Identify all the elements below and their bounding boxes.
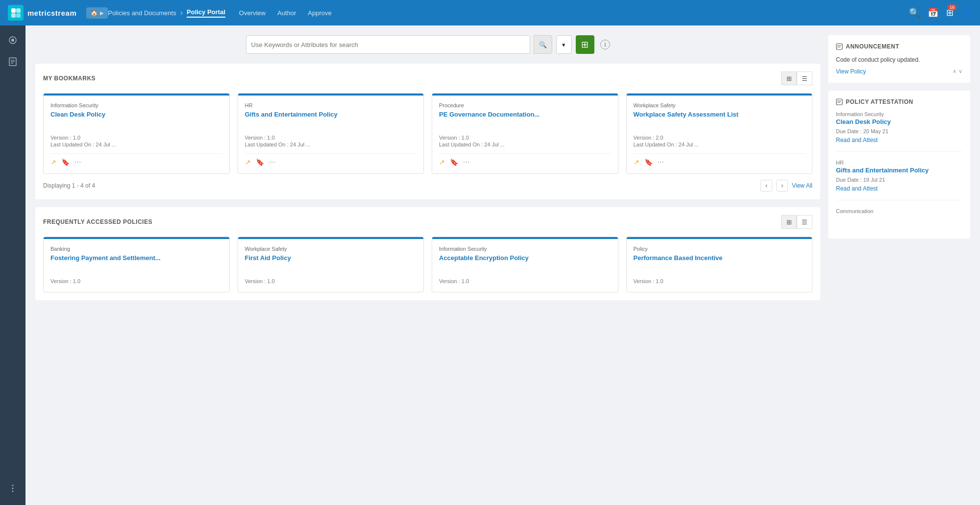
help-icon[interactable]: ℹ	[600, 40, 610, 49]
share-icon[interactable]: ↗	[50, 158, 56, 166]
user-avatar[interactable]: 👤	[961, 7, 972, 18]
share-icon[interactable]: ↗	[439, 158, 445, 166]
search-button[interactable]: 🔍	[534, 35, 552, 54]
card-actions: ↗ 🔖 ···	[50, 153, 222, 167]
card-title[interactable]: Clean Desk Policy	[50, 110, 222, 129]
share-icon[interactable]: ↗	[245, 158, 251, 166]
search-input[interactable]	[251, 41, 525, 48]
card-body: Policy Performance Based Incentive Versi…	[627, 239, 812, 292]
filter-dropdown-button[interactable]: ▾	[556, 35, 572, 54]
card-title[interactable]: PE Governance Documentation...	[439, 110, 611, 129]
card-version: Version : 1.0	[245, 278, 417, 284]
right-panel: ANNOUNCEMENT Code of conduct policy upda…	[828, 35, 970, 495]
grid-view-button[interactable]: ⊞	[781, 72, 797, 85]
notification-badge: 16	[948, 4, 956, 10]
attestation-icon	[836, 98, 843, 105]
attestation-section: POLICY ATTESTATION Information Security …	[828, 91, 970, 239]
card-category: Procedure	[439, 102, 611, 108]
sidebar-item-more[interactable]	[4, 480, 22, 497]
logo-text: metricstream	[27, 9, 76, 17]
view-toggle: ⊞ ☰	[781, 215, 812, 229]
next-page-button[interactable]: ›	[776, 180, 788, 192]
breadcrumb-policies[interactable]: Policies and Documents	[108, 9, 176, 17]
content-area: 🔍 ▾ ⊞ ℹ MY BOOKMARKS ⊞ ☰	[35, 35, 820, 495]
announcement-section-title: ANNOUNCEMENT	[836, 43, 962, 50]
card-title[interactable]: Acceptable Encryption Policy	[439, 254, 611, 272]
bookmark-icon[interactable]: 🔖	[61, 158, 70, 166]
breadcrumb-approve[interactable]: Approve	[308, 9, 331, 17]
frequent-card-2: Workplace Safety First Aid Policy Versio…	[238, 237, 424, 292]
bookmark-icon[interactable]: 🔖	[450, 158, 458, 166]
more-options-icon[interactable]: ···	[74, 158, 81, 167]
list-view-button[interactable]: ☰	[797, 215, 812, 229]
attestation-due-date: Due Date : 19 Jul 21	[836, 177, 962, 183]
card-title[interactable]: Workplace Safety Assessment List	[634, 110, 806, 129]
grid-view-toggle[interactable]: ⊞	[576, 35, 594, 54]
card-title[interactable]: Performance Based Incentive	[634, 254, 806, 272]
card-body: Banking Fostering Payment and Settlement…	[44, 239, 229, 292]
home-chevron: ▶	[100, 10, 104, 16]
card-category: Information Security	[439, 246, 611, 252]
card-category: HR	[245, 102, 417, 108]
frequent-policies-section: FREQUENTLY ACCESSED POLICIES ⊞ ☰ Banking…	[35, 207, 820, 300]
sidebar-item-dashboard[interactable]	[4, 31, 22, 49]
calendar-icon[interactable]: 📅	[928, 7, 938, 18]
home-button[interactable]: 🏠 ▶	[86, 7, 108, 19]
home-icon: 🏠	[90, 9, 98, 17]
card-category: Information Security	[50, 102, 222, 108]
sidebar-item-documents[interactable]	[4, 53, 22, 71]
card-category: Workplace Safety	[245, 246, 417, 252]
frequent-view-controls: ⊞ ☰	[781, 215, 812, 229]
card-title[interactable]: Gifts and Entertainment Policy	[245, 110, 417, 129]
frequent-card-4: Policy Performance Based Incentive Versi…	[626, 237, 813, 292]
bookmarks-section: MY BOOKMARKS ⊞ ☰ Information Security Cl…	[35, 64, 820, 199]
card-body: Procedure PE Governance Documentation...…	[432, 96, 618, 173]
grid-view-button[interactable]: ⊞	[781, 215, 797, 229]
frequent-card-3: Information Security Acceptable Encrypti…	[432, 237, 618, 292]
bookmark-card-4: Workplace Safety Workplace Safety Assess…	[626, 93, 813, 174]
card-version: Version : 2.0	[634, 135, 806, 141]
breadcrumb-policy-portal[interactable]: Policy Portal	[187, 8, 225, 18]
breadcrumb-overview[interactable]: Overview	[239, 9, 266, 17]
more-options-icon[interactable]: ···	[463, 158, 469, 167]
expand-icon[interactable]: ∨	[958, 68, 962, 74]
collapse-icon[interactable]: ∧	[953, 68, 956, 74]
card-actions: ↗ 🔖 ···	[245, 153, 417, 167]
card-title[interactable]: First Aid Policy	[245, 254, 417, 272]
logo[interactable]: metricstream	[8, 5, 76, 21]
search-magnifier-icon: 🔍	[539, 41, 547, 48]
view-toggle: ⊞ ☰	[781, 72, 812, 85]
share-icon[interactable]: ↗	[634, 158, 639, 166]
bookmark-card-2: HR Gifts and Entertainment Policy Versio…	[238, 93, 424, 174]
card-actions: ↗ 🔖 ···	[634, 153, 806, 167]
svg-rect-16	[836, 99, 842, 105]
attestation-policy-title[interactable]: Clean Desk Policy	[836, 118, 962, 125]
expand-collapse-icons: ∧ ∨	[953, 68, 962, 74]
card-category: Workplace Safety	[634, 102, 806, 108]
breadcrumb-author[interactable]: Author	[277, 9, 296, 17]
breadcrumb: Policies and Documents › Policy Portal O…	[108, 8, 331, 18]
search-icon[interactable]: 🔍	[909, 7, 920, 18]
prev-page-button[interactable]: ‹	[760, 180, 772, 192]
card-body: Information Security Acceptable Encrypti…	[432, 239, 618, 292]
attestation-policy-title[interactable]: Gifts and Entertainment Policy	[836, 167, 962, 174]
view-all-link[interactable]: View All	[792, 182, 812, 189]
bookmark-icon[interactable]: 🔖	[644, 158, 653, 166]
frequent-title: FREQUENTLY ACCESSED POLICIES	[43, 218, 152, 225]
card-title[interactable]: Fostering Payment and Settlement...	[50, 254, 222, 272]
svg-rect-0	[11, 8, 16, 13]
attestation-section-title: POLICY ATTESTATION	[836, 98, 962, 105]
notifications-icon[interactable]: ⊞ 16	[946, 7, 954, 18]
read-attest-link-1[interactable]: Read and Attest	[836, 137, 878, 144]
more-options-icon[interactable]: ···	[658, 158, 664, 167]
announcement-section: ANNOUNCEMENT Code of conduct policy upda…	[828, 35, 970, 83]
card-body: HR Gifts and Entertainment Policy Versio…	[238, 96, 424, 173]
svg-point-10	[12, 485, 14, 486]
card-body: Workplace Safety Workplace Safety Assess…	[627, 96, 812, 173]
read-attest-link-2[interactable]: Read and Attest	[836, 185, 878, 192]
bookmarks-title: MY BOOKMARKS	[43, 75, 96, 82]
bookmark-icon[interactable]: 🔖	[256, 158, 264, 166]
more-options-icon[interactable]: ···	[269, 158, 275, 167]
list-view-button[interactable]: ☰	[797, 72, 812, 85]
view-policy-link[interactable]: View Policy	[836, 68, 866, 75]
